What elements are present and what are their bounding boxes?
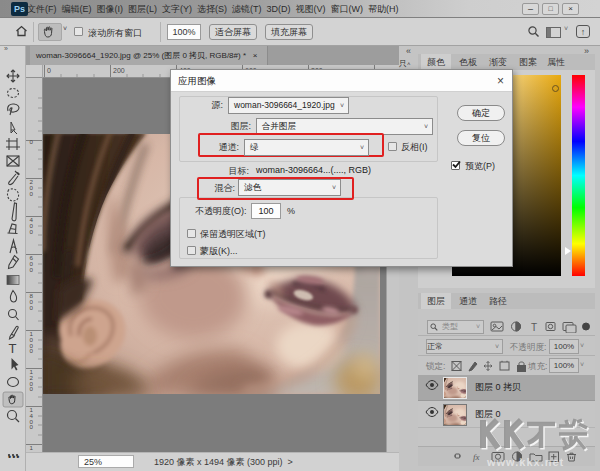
svg-text:T: T	[9, 341, 17, 356]
svg-text:800: 800	[30, 292, 34, 311]
svg-text:1200: 1200	[30, 368, 34, 392]
svg-text:200: 200	[30, 178, 34, 197]
svg-text:1400: 1400	[30, 406, 34, 430]
svg-text:600: 600	[30, 254, 34, 273]
svg-text:1000: 1000	[30, 330, 34, 354]
svg-text:400: 400	[30, 216, 34, 235]
svg-text:0: 0	[30, 138, 34, 145]
svg-text:T: T	[531, 322, 537, 333]
svg-text:200: 200	[113, 67, 125, 74]
svg-text:1600: 1600	[30, 444, 34, 452]
svg-text:0: 0	[47, 67, 51, 74]
